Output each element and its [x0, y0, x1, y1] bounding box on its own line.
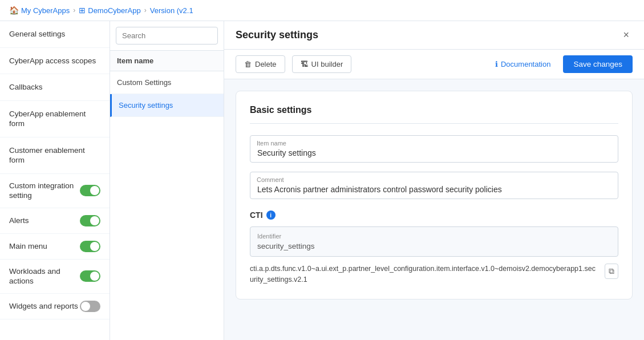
ui-builder-button[interactable]: 🏗 UI builder: [292, 55, 352, 73]
home-icon: 🏠: [9, 6, 19, 15]
search-input[interactable]: [116, 27, 218, 44]
trash-icon: 🗑: [244, 60, 252, 68]
item-name-input[interactable]: [250, 135, 618, 163]
list-item-security-settings[interactable]: Security settings: [110, 94, 224, 117]
delete-button[interactable]: 🗑 Delete: [236, 55, 285, 73]
list-item-custom-settings[interactable]: Custom Settings: [110, 71, 224, 94]
breadcrumb: 🏠 My CyberApps › ⊞ DemoCyberApp › Versio…: [0, 0, 644, 21]
documentation-button[interactable]: ℹ Documentation: [489, 56, 556, 72]
cti-info-icon[interactable]: i: [266, 211, 276, 220]
identifier-value: security_settings: [257, 242, 611, 250]
info-circle-icon: ℹ: [495, 60, 498, 68]
panel-title: Security settings: [236, 29, 610, 41]
sidebar-item-widgets[interactable]: Widgets and reports: [0, 294, 110, 319]
cti-label: CTI i: [250, 211, 618, 220]
breadcrumb-sep-1: ›: [73, 6, 75, 14]
panel-header: Security settings ×: [224, 21, 644, 50]
app-container: 🏠 My CyberApps › ⊞ DemoCyberApp › Versio…: [0, 0, 644, 340]
workloads-toggle[interactable]: [80, 270, 100, 282]
search-container: [110, 21, 224, 51]
app-icon: ⊞: [79, 6, 86, 15]
sidebar-item-custom-integration[interactable]: Custom integration setting: [0, 174, 110, 208]
sidebar-item-access[interactable]: CyberApp access scopes: [0, 48, 110, 75]
breadcrumb-sep-2: ›: [144, 6, 147, 14]
main-menu-toggle[interactable]: [80, 241, 100, 252]
builder-icon: 🏗: [301, 60, 308, 68]
item-name-label: Item name: [257, 140, 286, 147]
close-button[interactable]: ×: [619, 28, 633, 42]
middle-panel: Item name Custom Settings Security setti…: [110, 21, 224, 340]
sidebar-item-callbacks[interactable]: Callbacks: [0, 74, 110, 101]
cti-section: CTI i Identifier security_settings cti.a…: [250, 211, 618, 285]
sidebar-item-main-menu[interactable]: Main menu: [0, 234, 110, 260]
cti-full-string: cti.a.p.dts.func.v1.0~a.ui.ext_p.partner…: [250, 264, 618, 285]
sidebar-item-general[interactable]: General settings: [0, 21, 110, 48]
comment-field: Comment: [250, 172, 618, 199]
comment-input[interactable]: [250, 172, 618, 199]
toolbar: 🗑 Delete 🏗 UI builder ℹ Documentation Sa…: [224, 50, 644, 79]
sidebar-item-workloads[interactable]: Workloads and actions: [0, 260, 110, 294]
main-layout: General settings CyberApp access scopes …: [0, 21, 644, 340]
breadcrumb-democyberapp[interactable]: ⊞ DemoCyberApp: [79, 6, 141, 15]
cti-string-text: cti.a.p.dts.func.v1.0~a.ui.ext_p.partner…: [250, 264, 599, 285]
breadcrumb-myapps[interactable]: 🏠 My CyberApps: [9, 6, 70, 15]
alerts-toggle[interactable]: [80, 215, 100, 226]
right-panel: Security settings × 🗑 Delete 🏗 UI builde…: [224, 21, 644, 340]
identifier-label: Identifier: [257, 233, 611, 240]
custom-integration-toggle[interactable]: [80, 185, 100, 196]
sidebar-item-cyberapp-enable[interactable]: CyberApp enablement form: [0, 101, 110, 137]
card-title: Basic settings: [250, 105, 618, 124]
copy-button[interactable]: ⧉: [605, 264, 618, 279]
sidebar-item-customer-enable[interactable]: Customer enablement form: [0, 137, 110, 174]
item-name-field: Item name: [250, 135, 618, 163]
widgets-toggle[interactable]: [80, 301, 100, 312]
basic-settings-card: Basic settings Item name Comment: [236, 91, 633, 299]
comment-label: Comment: [257, 176, 284, 183]
sidebar: General settings CyberApp access scopes …: [0, 21, 110, 340]
list-header: Item name: [110, 51, 224, 71]
content-area: Basic settings Item name Comment: [224, 79, 644, 340]
save-button[interactable]: Save changes: [563, 55, 633, 73]
cti-identifier-box: Identifier security_settings: [250, 226, 618, 257]
sidebar-item-alerts[interactable]: Alerts: [0, 208, 110, 234]
breadcrumb-version[interactable]: Version (v2.1: [150, 6, 193, 15]
